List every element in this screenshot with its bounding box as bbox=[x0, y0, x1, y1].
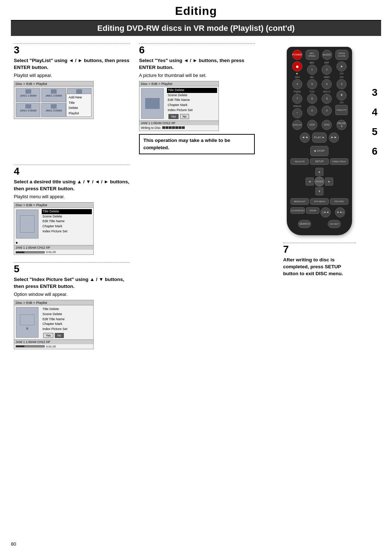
btn-1[interactable]: 1 bbox=[307, 65, 317, 75]
power-button[interactable]: POWER bbox=[292, 50, 302, 60]
btn-hash[interactable]: # bbox=[322, 106, 332, 116]
step-5-screen: Disc > Edit > Playlist II Title Delete bbox=[14, 300, 94, 349]
remote-control: POWER REC SPEED AUDIO OPEN/ CLOSE bbox=[287, 47, 352, 235]
remote-body: POWER REC SPEED AUDIO OPEN/ CLOSE bbox=[287, 47, 352, 235]
ff-button[interactable]: ►► bbox=[329, 133, 339, 143]
step-5-bottom: JAN/ 1 1:00AM CH12 XP bbox=[14, 339, 93, 344]
side-step-numbers: 3 4 5 6 bbox=[372, 87, 377, 157]
page-title: Editing bbox=[11, 0, 381, 21]
step-4-thumb bbox=[16, 209, 38, 239]
dpad-enter[interactable]: ENTER bbox=[314, 176, 324, 187]
step-5-breadcrumb: Disc > Edit > Playlist bbox=[14, 300, 93, 305]
remote-menu-row: MENU/LIST TOP MENU RETURN bbox=[290, 198, 348, 205]
right-column: POWER REC SPEED AUDIO OPEN/ CLOSE bbox=[258, 43, 381, 357]
step-3-block: 3 Select "PlayList" using ◄ / ► buttons,… bbox=[11, 43, 132, 162]
skip-next-button[interactable]: ►►| bbox=[335, 207, 345, 217]
step-5-progress: 0:01:25 bbox=[14, 344, 93, 349]
btn-4[interactable]: 4 bbox=[292, 79, 302, 89]
step-6-instruction: Select "Yes" using ◄ / ► buttons, then p… bbox=[139, 57, 255, 71]
btn-3[interactable]: 3 bbox=[336, 79, 347, 89]
btn-9[interactable]: 9 bbox=[322, 94, 332, 104]
step-6-thumb bbox=[141, 88, 164, 118]
page-number: 80 bbox=[11, 541, 16, 547]
step-4-screen: Disc > Edit > Playlist Title Delete Scen… bbox=[14, 202, 94, 255]
top-menu-button[interactable]: TOP MENU bbox=[310, 198, 328, 205]
search-button[interactable]: SEARCH bbox=[298, 220, 311, 228]
step-6-bottom: JAN/ 1 1:00AM CH12 XP bbox=[139, 121, 219, 125]
thumb-4: JAN/1 4:00AM bbox=[16, 103, 40, 117]
btn-star[interactable]: * bbox=[292, 108, 302, 118]
zoom-button[interactable]: ZOOM bbox=[306, 207, 319, 214]
remote-vcr-row: DISPLAY VCR DVD PAUSE ⏸ bbox=[290, 120, 348, 130]
remote-top-row: POWER REC SPEED AUDIO OPEN/ CLOSE bbox=[290, 50, 348, 60]
step-5-description: Option window will appear. bbox=[14, 292, 130, 298]
rec-otr-button[interactable]: REC/OTR bbox=[290, 158, 309, 165]
pause-button[interactable]: PAUSE ⏸ bbox=[336, 120, 347, 130]
step-7-instruction: After writing to disc is completed, pres… bbox=[283, 257, 356, 277]
step-3-instruction: Select "PlayList" using ◄ / ► buttons, t… bbox=[14, 57, 130, 71]
step-4-progress: 0:01:25 bbox=[14, 250, 93, 254]
side-num-6: 6 bbox=[372, 146, 377, 157]
thumb-5: JAN/1 5:00AM bbox=[41, 103, 66, 117]
btn-2[interactable]: 2 bbox=[322, 65, 332, 75]
audio-button[interactable]: AUDIO bbox=[322, 50, 332, 60]
cm-skip-button[interactable]: CM SKIP bbox=[328, 220, 341, 228]
step-3-description: Playlist will appear. bbox=[14, 73, 130, 79]
step-3-breadcrumb: Disc > Edit > Playlist bbox=[14, 81, 93, 86]
dpad-right[interactable]: ► bbox=[325, 178, 333, 186]
page-subtitle: Editing DVD-RW discs in VR mode (Playlis… bbox=[11, 21, 381, 36]
thumb-1: JAN/1 1:00AM bbox=[16, 88, 40, 102]
dpad-left[interactable]: ◄ bbox=[306, 178, 314, 186]
timer-prog-button[interactable]: TIMER PROG bbox=[330, 158, 348, 165]
stop-button[interactable]: ■ STOP bbox=[310, 146, 328, 156]
step-4-spacer bbox=[136, 164, 258, 259]
step-3-context-menu: Add New Title Delete Playlist bbox=[66, 94, 91, 117]
menu-list-button[interactable]: MENU/LIST bbox=[290, 198, 309, 205]
rewind-button[interactable]: ◄◄ bbox=[300, 133, 310, 143]
step-5-block: 5 Select "Index Picture Set" using ▲ / ▼… bbox=[11, 262, 132, 354]
setup-button[interactable]: SETUP bbox=[310, 158, 328, 165]
step-5-thumb: II bbox=[16, 307, 38, 337]
return-button[interactable]: RETURN bbox=[330, 198, 348, 205]
dpad-down[interactable]: ▼ bbox=[315, 187, 323, 195]
step-6-note: This operation may take a while to be co… bbox=[139, 134, 255, 155]
btn-5[interactable]: 5 bbox=[307, 79, 317, 89]
step-5-number: 5 bbox=[14, 264, 130, 275]
step-5-yn: Yes No bbox=[43, 333, 92, 338]
open-close-button[interactable]: OPEN/ CLOSE bbox=[335, 50, 348, 60]
skip-prev-button[interactable]: |◄◄ bbox=[320, 207, 331, 217]
step-4-breadcrumb: Disc > Edit > Playlist bbox=[14, 203, 93, 208]
ch-down-button[interactable]: ▼ bbox=[336, 90, 347, 101]
remote-stop-row: ■ STOP bbox=[290, 146, 348, 156]
record-button[interactable]: ⏺ bbox=[292, 61, 302, 72]
step-6-description: A picture for thumbnail will be set. bbox=[139, 73, 255, 79]
dpad-up[interactable]: ▲ bbox=[315, 168, 323, 176]
remote-bottom-row: CLEAR/RESET ZOOM |◄◄ ►►| bbox=[290, 207, 348, 217]
btn-0[interactable]: 0 bbox=[307, 106, 317, 116]
side-num-4: 4 bbox=[372, 106, 377, 118]
btn-8[interactable]: 8 bbox=[307, 94, 317, 104]
step-4-block: 4 Select a desired title using ▲ / ▼ / ◄… bbox=[11, 164, 132, 259]
step-6-writing: Writing to Disc bbox=[139, 125, 219, 131]
vcr-button[interactable]: VCR bbox=[307, 120, 317, 130]
clear-reset-button[interactable]: CLEAR/RESET bbox=[290, 207, 305, 214]
step-5-instruction: Select "Index Picture Set" using ▲ / ▼ b… bbox=[14, 276, 130, 290]
btn-7[interactable]: 7 bbox=[292, 94, 302, 104]
step-7-block: 7 After writing to disc is completed, pr… bbox=[283, 243, 356, 278]
rec-speed-button[interactable]: REC SPEED bbox=[306, 50, 319, 60]
play-button[interactable]: PLAY ► bbox=[312, 133, 327, 143]
remote-numpad-area: ⏺ ⏺ ABC 1 DEF 2 bbox=[290, 61, 348, 118]
btn-6[interactable]: 6 bbox=[322, 79, 332, 89]
step-3-screen: Disc > Edit > Playlist JAN/1 1:00AM JAN/… bbox=[14, 81, 94, 119]
dvd-button[interactable]: DVD bbox=[322, 120, 332, 130]
remote-search-row: SEARCH CM SKIP bbox=[290, 220, 348, 228]
video-tv-button[interactable]: VIDEO/TV bbox=[335, 105, 348, 115]
step-4-row: 4 Select a desired title using ▲ / ▼ / ◄… bbox=[11, 164, 258, 259]
remote-play-row: ◄◄ PLAY ► ►► bbox=[290, 133, 348, 143]
dpad: ▲ ▼ ◄ ► ENTER bbox=[305, 167, 334, 196]
display-button[interactable]: DISPLAY bbox=[292, 120, 302, 130]
ch-up-button[interactable]: ▲ bbox=[336, 61, 347, 72]
remote-setup-row: REC/OTR SETUP TIMER PROG bbox=[290, 158, 348, 165]
step-6-number: 6 bbox=[139, 45, 255, 56]
step-4-instruction: Select a desired title using ▲ / ▼ / ◄ /… bbox=[14, 179, 130, 192]
